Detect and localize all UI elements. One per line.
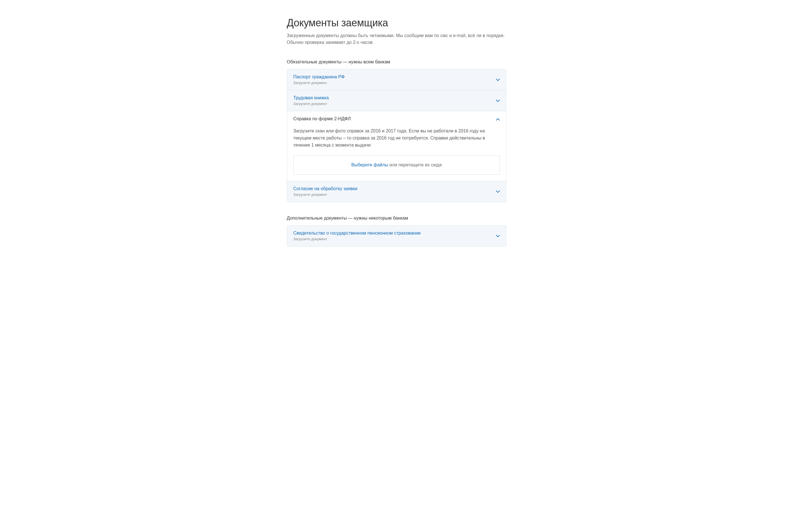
- card-description: Загрузите скан или фото справок за 2016 …: [293, 128, 500, 149]
- card-title: Трудовая книжка: [293, 95, 493, 100]
- optional-card-list: Свидетельство о государственном пенсионн…: [287, 225, 506, 246]
- page-container: Документы заемщика Загруженные документы…: [281, 17, 512, 246]
- page-title: Документы заемщика: [287, 17, 506, 29]
- card-header-ndfl[interactable]: Справка по форме 2-НДФЛ: [287, 111, 506, 128]
- optional-section-title: Дополнительные документы — нужны некотор…: [287, 216, 506, 221]
- card-title: Справка по форме 2-НДФЛ: [293, 116, 493, 121]
- card-hint: Загрузите документ: [293, 237, 493, 241]
- optional-documents-section: Дополнительные документы — нужны некотор…: [287, 216, 506, 246]
- chevron-down-icon: [496, 79, 500, 81]
- required-card-list: Паспорт гражданина РФ Загрузите документ…: [287, 69, 506, 202]
- chevron-up-icon: [496, 118, 500, 120]
- card-header-text: Справка по форме 2-НДФЛ: [293, 116, 493, 122]
- card-header-work-record[interactable]: Трудовая книжка Загрузите документ: [287, 90, 506, 111]
- required-documents-section: Обязательные документы — нужны всем банк…: [287, 59, 506, 202]
- chevron-down-icon: [496, 100, 500, 102]
- document-card-passport: Паспорт гражданина РФ Загрузите документ: [287, 69, 506, 90]
- card-hint: Загрузите документ: [293, 192, 493, 197]
- card-header-text: Согласие на обработку заявки Загрузите д…: [293, 186, 493, 197]
- card-title: Согласие на обработку заявки: [293, 186, 493, 191]
- required-section-title: Обязательные документы — нужны всем банк…: [287, 59, 506, 64]
- card-header-text: Паспорт гражданина РФ Загрузите документ: [293, 74, 493, 85]
- card-header-passport[interactable]: Паспорт гражданина РФ Загрузите документ: [287, 69, 506, 90]
- card-title: Паспорт гражданина РФ: [293, 74, 493, 79]
- chevron-down-icon: [496, 235, 500, 237]
- document-card-pension: Свидетельство о государственном пенсионн…: [287, 226, 506, 246]
- document-card-work-record: Трудовая книжка Загрузите документ: [287, 90, 506, 111]
- document-card-ndfl: Справка по форме 2-НДФЛ Загрузите скан и…: [287, 111, 506, 181]
- card-header-text: Трудовая книжка Загрузите документ: [293, 95, 493, 106]
- card-header-text: Свидетельство о государственном пенсионн…: [293, 231, 493, 241]
- document-card-consent: Согласие на обработку заявки Загрузите д…: [287, 181, 506, 202]
- card-hint: Загрузите документ: [293, 81, 493, 85]
- card-title: Свидетельство о государственном пенсионн…: [293, 231, 493, 236]
- page-subtitle: Загруженные документы должны быть читаем…: [287, 32, 506, 46]
- card-header-pension[interactable]: Свидетельство о государственном пенсионн…: [287, 226, 506, 246]
- card-hint: Загрузите документ: [293, 101, 493, 106]
- card-body-ndfl: Загрузите скан или фото справок за 2016 …: [287, 128, 506, 181]
- dropzone-link[interactable]: Выберите файлы: [351, 163, 388, 167]
- card-header-consent[interactable]: Согласие на обработку заявки Загрузите д…: [287, 181, 506, 202]
- dropzone-text: или перетащите их сюда: [388, 163, 442, 167]
- file-dropzone[interactable]: Выберите файлы или перетащите их сюда: [293, 155, 500, 175]
- chevron-down-icon: [496, 190, 500, 193]
